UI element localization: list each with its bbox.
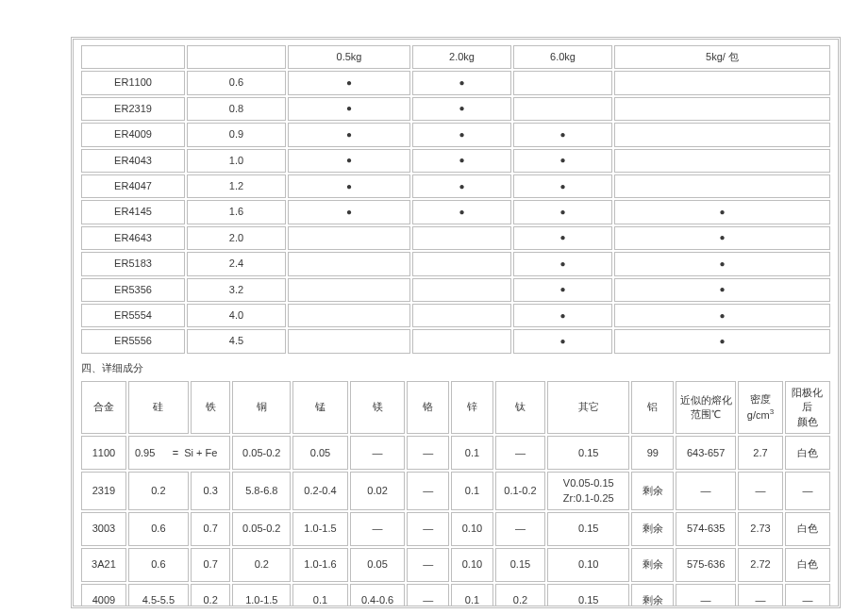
comp-cell: 0.10	[451, 512, 493, 546]
comp-cell: 1.0-1.6	[292, 548, 348, 582]
pkg-code: ER4009	[81, 123, 185, 146]
pkg-size: 1.2	[187, 174, 286, 198]
pkg-code: ER5556	[81, 329, 185, 353]
pkg-size: 4.5	[187, 329, 286, 353]
comp-cell: 0.1	[451, 584, 493, 608]
comp-cell: 0.7	[191, 548, 231, 582]
pkg-size: 3.2	[187, 278, 286, 302]
comp-header: 铜	[232, 381, 291, 434]
comp-cell: 白色	[785, 436, 830, 470]
pkg-bullet: ●	[614, 304, 830, 327]
pkg-bullet	[614, 71, 830, 94]
comp-cell: 0.10	[547, 548, 629, 582]
comp-cell: 0.95 = Si + Fe	[128, 436, 231, 470]
packaging-row: ER40431.0●●●	[81, 149, 830, 173]
comp-cell: 0.05	[292, 436, 348, 470]
pkg-code: ER1100	[81, 71, 185, 94]
comp-header: 镁	[350, 381, 406, 434]
comp-header: 密度g/cm3	[738, 381, 783, 434]
comp-cell: 1100	[81, 436, 126, 470]
comp-cell: 4.5-5.5	[128, 584, 189, 608]
pkg-bullet: ●	[513, 304, 612, 327]
pkg-bullet	[412, 278, 511, 302]
packaging-table: 0.5kg 2.0kg 6.0kg 5kg/ 包 ER11000.6●●ER23…	[79, 43, 832, 356]
comp-cell: 0.1	[451, 472, 493, 510]
composition-row: 30030.60.70.05-0.21.0-1.5——0.10—0.15剩余57…	[81, 512, 830, 546]
pkg-code: ER2319	[81, 97, 185, 121]
pkg-bullet: ●	[614, 278, 830, 302]
pkg-bullet	[288, 278, 410, 302]
comp-cell: 剩余	[631, 512, 674, 546]
section-title: 四、详细成分	[79, 356, 832, 379]
comp-cell: —	[495, 512, 545, 546]
packaging-row: ER55564.5●●	[81, 329, 830, 353]
comp-cell: 0.15	[547, 584, 629, 608]
comp-cell: —	[407, 512, 449, 546]
packaging-row: ER40090.9●●●	[81, 123, 830, 146]
pkg-col-05kg: 0.5kg	[288, 45, 410, 69]
comp-cell: 3A21	[81, 548, 126, 582]
pkg-code: ER5183	[81, 252, 185, 275]
packaging-row: ER11000.6●●	[81, 71, 830, 94]
pkg-bullet: ●	[288, 174, 410, 198]
pkg-bullet: ●	[513, 278, 612, 302]
pkg-bullet	[614, 97, 830, 121]
comp-cell: 0.7	[191, 512, 231, 546]
pkg-bullet: ●	[288, 97, 410, 121]
comp-cell: 0.05-0.2	[232, 436, 291, 470]
comp-header: 铝	[631, 381, 674, 434]
comp-cell: —	[407, 436, 449, 470]
comp-cell: —	[785, 472, 830, 510]
comp-cell: 0.15	[547, 512, 629, 546]
comp-cell: 2319	[81, 472, 126, 510]
comp-cell: —	[407, 584, 449, 608]
comp-cell: 0.10	[451, 548, 493, 582]
comp-cell: —	[407, 472, 449, 510]
pkg-bullet: ●	[513, 123, 612, 146]
packaging-row: ER46432.0●●	[81, 226, 830, 250]
comp-cell: 剩余	[631, 472, 674, 510]
pkg-bullet: ●	[513, 329, 612, 353]
pkg-col-empty1	[81, 45, 185, 69]
comp-header: 近似的熔化范围℃	[676, 381, 736, 434]
pkg-bullet: ●	[412, 71, 511, 94]
pkg-bullet: ●	[513, 174, 612, 198]
comp-cell: 3003	[81, 512, 126, 546]
comp-cell: 99	[631, 436, 674, 470]
comp-cell: 575-636	[676, 548, 736, 582]
comp-cell: 0.6	[128, 548, 189, 582]
composition-row: 11000.95 = Si + Fe0.05-0.20.05——0.1—0.15…	[81, 436, 830, 470]
pkg-bullet	[513, 97, 612, 121]
pkg-col-6kg: 6.0kg	[513, 45, 612, 69]
composition-row: 23190.20.35.8-6.80.2-0.40.02—0.10.1-0.2V…	[81, 472, 830, 510]
pkg-code: ER4043	[81, 149, 185, 173]
comp-cell: V0.05-0.15Zr:0.1-0.25	[547, 472, 629, 510]
pkg-bullet: ●	[288, 200, 410, 224]
pkg-bullet	[412, 252, 511, 275]
pkg-bullet: ●	[412, 200, 511, 224]
pkg-bullet	[614, 149, 830, 173]
composition-row: 40094.5-5.50.21.0-1.50.10.4-0.6—0.10.20.…	[81, 584, 830, 608]
comp-cell: 0.2	[128, 472, 189, 510]
comp-header: 阳极化后颜色	[785, 381, 830, 434]
comp-cell: 1.0-1.5	[292, 512, 348, 546]
comp-header: 铁	[191, 381, 231, 434]
pkg-size: 1.6	[187, 200, 286, 224]
comp-cell: 5.8-6.8	[232, 472, 291, 510]
pkg-bullet	[614, 174, 830, 198]
pkg-size: 2.4	[187, 252, 286, 275]
comp-cell: 0.05	[350, 548, 406, 582]
pkg-size: 2.0	[187, 226, 286, 250]
comp-cell: —	[676, 584, 736, 608]
pkg-bullet	[288, 304, 410, 327]
comp-cell: 白色	[785, 548, 830, 582]
comp-cell: 0.05-0.2	[232, 512, 291, 546]
pkg-bullet: ●	[513, 252, 612, 275]
pkg-code: ER4643	[81, 226, 185, 250]
comp-cell: 0.1	[451, 436, 493, 470]
pkg-size: 0.9	[187, 123, 286, 146]
comp-cell: 0.15	[547, 436, 629, 470]
comp-cell: 0.4-0.6	[350, 584, 406, 608]
composition-header-row: 合金硅铁铜锰镁铬锌钛其它铝近似的熔化范围℃密度g/cm3阳极化后颜色	[81, 381, 830, 434]
pkg-bullet: ●	[412, 123, 511, 146]
